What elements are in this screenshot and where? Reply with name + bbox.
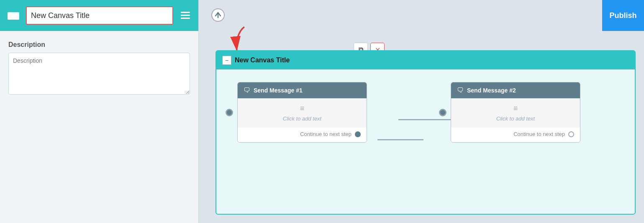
canvas-area: ⧉ ✕ − New Canvas Title bbox=[199, 0, 644, 223]
cards-row: 🗨 Send Message #1 ≡ Click to add text Co… bbox=[237, 82, 614, 143]
sidebar-body: Description bbox=[0, 31, 198, 223]
card1-left-connector bbox=[226, 109, 233, 116]
message-card-2-body[interactable]: ≡ Click to add text bbox=[451, 98, 580, 128]
message-card-2-placeholder: Click to add text bbox=[496, 115, 535, 122]
publish-button[interactable]: Publish bbox=[602, 0, 644, 31]
folder-icon bbox=[8, 10, 19, 21]
canvas-toolbar bbox=[211, 8, 225, 22]
message-card-2-title: Send Message #2 bbox=[467, 87, 516, 94]
sidebar-header bbox=[0, 0, 198, 31]
card2-connector-dot[interactable] bbox=[568, 131, 574, 137]
continue-label-1: Continue to next step bbox=[300, 131, 352, 137]
upload-icon bbox=[211, 8, 225, 22]
continue-label-2: Continue to next step bbox=[513, 131, 565, 137]
minus-icon: − bbox=[225, 57, 228, 64]
message-card-2-footer: Continue to next step bbox=[451, 128, 580, 142]
svg-rect-2 bbox=[181, 15, 190, 16]
card1-connector-dot[interactable] bbox=[355, 131, 361, 137]
description-label: Description bbox=[8, 41, 190, 49]
message-card-1-header: 🗨 Send Message #1 bbox=[238, 82, 367, 98]
folder-button[interactable] bbox=[6, 9, 21, 22]
upload-button[interactable] bbox=[211, 8, 225, 22]
message-card-1-wrapper: 🗨 Send Message #1 ≡ Click to add text Co… bbox=[237, 82, 367, 143]
description-textarea[interactable] bbox=[8, 53, 190, 95]
cards-area: 🗨 Send Message #1 ≡ Click to add text Co… bbox=[216, 69, 635, 155]
menu-button[interactable] bbox=[178, 9, 192, 22]
svg-rect-3 bbox=[181, 18, 190, 19]
card2-left-connector bbox=[439, 109, 446, 116]
minimize-node-button[interactable]: − bbox=[222, 56, 231, 65]
message-card-2-wrapper: 🗨 Send Message #2 ≡ Click to add text Co… bbox=[451, 82, 580, 143]
message-icon-2: 🗨 bbox=[457, 87, 464, 94]
message-icon-1: 🗨 bbox=[244, 87, 250, 94]
message-card-1-title: Send Message #1 bbox=[254, 87, 303, 94]
svg-rect-1 bbox=[181, 12, 190, 13]
message-card-1-body[interactable]: ≡ Click to add text bbox=[238, 98, 367, 128]
canvas-node-title: New Canvas Title bbox=[235, 56, 290, 64]
canvas-title-input[interactable] bbox=[26, 6, 173, 25]
sidebar: Description bbox=[0, 0, 199, 223]
message-card-1: 🗨 Send Message #1 ≡ Click to add text Co… bbox=[237, 82, 367, 143]
canvas-node-header: − New Canvas Title bbox=[216, 51, 635, 69]
lines-icon-1: ≡ bbox=[300, 104, 305, 113]
message-card-2: 🗨 Send Message #2 ≡ Click to add text Co… bbox=[451, 82, 580, 143]
message-card-2-header: 🗨 Send Message #2 bbox=[451, 82, 580, 98]
message-card-1-placeholder: Click to add text bbox=[283, 115, 322, 122]
message-card-1-footer: Continue to next step bbox=[238, 128, 367, 142]
hamburger-icon bbox=[181, 12, 190, 19]
canvas-node-container: − New Canvas Title 🗨 Send Mes bbox=[216, 50, 636, 215]
lines-icon-2: ≡ bbox=[513, 104, 518, 113]
